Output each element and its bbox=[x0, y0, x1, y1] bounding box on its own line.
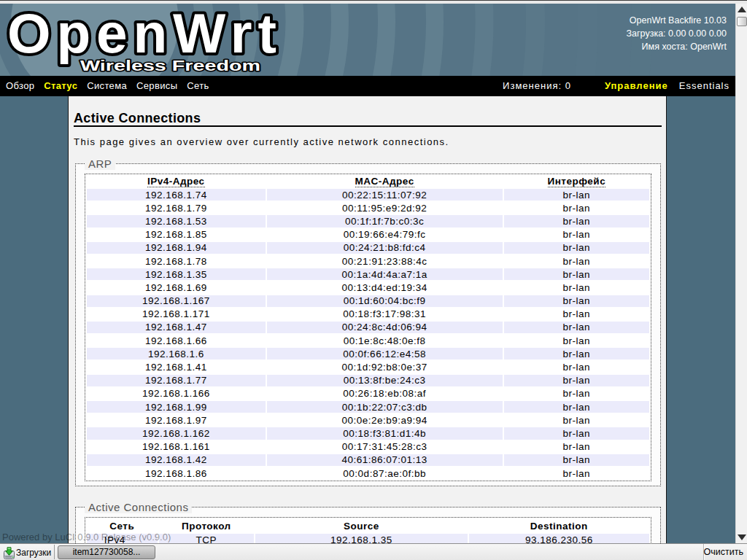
svg-text:Wireless Freedom: Wireless Freedom bbox=[80, 58, 260, 74]
svg-text:OpenWrt: OpenWrt bbox=[7, 4, 276, 64]
